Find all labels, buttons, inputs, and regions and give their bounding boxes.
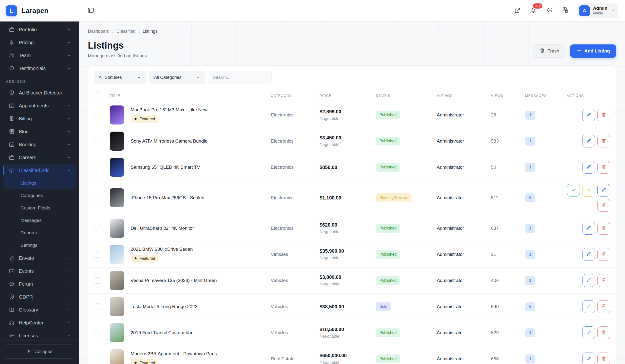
dark-mode-button[interactable] [545, 5, 555, 16]
breadcrumb-item-classified[interactable]: Classified [117, 29, 135, 34]
delete-button[interactable] [597, 248, 610, 261]
edit-button[interactable] [582, 161, 595, 174]
views-count: 629 [485, 330, 519, 335]
chat-quote-icon [9, 65, 15, 71]
edit-button[interactable] [582, 222, 595, 235]
search-input[interactable] [209, 75, 272, 80]
sidebar-item-label: Booking [19, 142, 63, 148]
row-actions [561, 353, 616, 364]
row-checkbox[interactable] [94, 112, 100, 118]
edit-button[interactable] [582, 248, 595, 261]
trash-icon [601, 251, 606, 258]
sidebar-item-team[interactable]: Team [3, 49, 76, 62]
status-filter-select[interactable]: All Statuses [94, 71, 146, 84]
chevron-down-icon [67, 321, 71, 325]
row-checkbox[interactable] [94, 303, 100, 310]
listing-title: 2019 Ford Transit Custom Van [131, 330, 193, 335]
sidebar-item-appointments[interactable]: Appointments [3, 99, 76, 112]
delete-button[interactable] [597, 353, 610, 364]
sidebar-item-glossary[interactable]: Glossary [3, 303, 76, 316]
edit-button[interactable] [597, 184, 610, 197]
edit-button[interactable] [582, 135, 595, 148]
sidebar-item-label: Glossary [19, 307, 63, 313]
edit-button[interactable] [582, 300, 595, 313]
sidebar-item-portfolio[interactable]: Portfolio [3, 23, 76, 36]
row-checkbox[interactable] [94, 138, 100, 144]
calendar-check-icon [9, 142, 15, 148]
notifications-button[interactable]: 99+ [529, 5, 538, 16]
notification-badge: 99+ [532, 3, 543, 9]
edit-button[interactable] [582, 326, 595, 339]
row-checkbox[interactable] [94, 330, 100, 336]
row-checkbox[interactable] [94, 225, 100, 231]
delete-button[interactable] [597, 109, 610, 121]
category-filter-select[interactable]: All Categories [149, 71, 205, 84]
column-header-price: Price [314, 94, 370, 98]
breadcrumb-item-dashboard[interactable]: Dashboard [88, 29, 109, 34]
sidebar-item-settings[interactable]: Settings [3, 239, 76, 251]
page-title: Listings [88, 40, 147, 51]
sidebar-item-messages[interactable]: Messages [3, 214, 76, 227]
sidebar-item-envato[interactable]: Envato [3, 252, 76, 264]
row-checkbox[interactable] [94, 195, 100, 201]
chevron-down-icon [67, 66, 71, 71]
edit-button[interactable] [582, 353, 595, 364]
add-listing-button[interactable]: Add Listing [570, 44, 616, 58]
delete-button[interactable] [597, 222, 610, 235]
delete-button[interactable] [597, 135, 610, 148]
trash-button[interactable]: Trash [533, 44, 566, 58]
listing-price: $35,900.00 [320, 248, 364, 254]
sidebar-item-categories[interactable]: Categories [3, 189, 76, 202]
pencil-icon [601, 187, 606, 193]
pencil-icon [586, 330, 591, 336]
row-checkbox[interactable] [94, 356, 100, 362]
views-count: 406 [485, 278, 519, 283]
sidebar-item-gdpr[interactable]: GDPR [3, 291, 76, 303]
edit-button[interactable] [582, 109, 595, 121]
sidebar-item-label: Classified Ads [19, 168, 63, 173]
sidebar-item-ad-blocker-detector[interactable]: Ad Blocker Detector [3, 87, 76, 99]
delete-button[interactable] [597, 274, 610, 287]
receipt-icon [9, 116, 15, 121]
edit-button[interactable] [582, 274, 595, 287]
sidebar-item-label: Pricing [19, 40, 63, 45]
sidebar-item-careers[interactable]: Careers [3, 151, 76, 164]
sidebar-item-forum[interactable]: Forum [3, 277, 76, 290]
calendar-check-icon [9, 103, 15, 109]
sidebar-item-events[interactable]: Events [3, 265, 76, 277]
listing-title: Samsung 65" QLED 4K Smart TV [131, 165, 200, 170]
listing-author: Administrator [431, 304, 485, 309]
language-button[interactable] [561, 5, 570, 16]
sidebar-item-label: Careers [19, 155, 63, 160]
sidebar-item-blog[interactable]: Blog [3, 125, 76, 138]
sidebar-item-pricing[interactable]: Pricing [3, 36, 76, 49]
views-count: 637 [485, 226, 519, 231]
delete-button[interactable] [597, 326, 610, 339]
delete-button[interactable] [597, 161, 610, 174]
row-checkbox[interactable] [94, 251, 100, 258]
breadcrumb-item-listings[interactable]: Listings [143, 29, 157, 34]
sidebar-item-testimonials[interactable]: Testimonials [3, 62, 76, 75]
sidebar-item-licenses[interactable]: Licenses [3, 329, 76, 340]
star-icon [134, 361, 137, 364]
reject-button[interactable] [582, 184, 595, 197]
sidebar-item-helpcenter[interactable]: HelpCenter [3, 316, 76, 329]
sidebar-item-classified-ads[interactable]: Classified Ads [3, 164, 76, 177]
sidebar-item-reports[interactable]: Reports [3, 227, 76, 239]
delete-button[interactable] [597, 199, 610, 212]
delete-button[interactable] [597, 300, 610, 313]
user-menu[interactable]: A Admin admin [577, 3, 618, 18]
sidebar-item-booking[interactable]: Booking [3, 138, 76, 151]
open-site-button[interactable] [513, 6, 522, 16]
page-subtitle: Manage classified ad listings [88, 53, 147, 59]
sidebar-item-custom-fields[interactable]: Custom Fields [3, 202, 76, 214]
row-checkbox[interactable] [94, 277, 100, 284]
sidebar-toggle-button[interactable] [86, 5, 96, 16]
sidebar-item-billing[interactable]: Billing [3, 112, 76, 125]
row-checkbox[interactable] [94, 164, 100, 170]
listing-title: Sony A7IV Mirrorless Camera Bundle [131, 138, 208, 144]
sidebar-item-listings[interactable]: Listings [3, 177, 76, 189]
approve-button[interactable] [567, 184, 580, 197]
select-all-checkbox[interactable] [94, 92, 100, 99]
collapse-sidebar-button[interactable]: Collapse [4, 344, 75, 359]
